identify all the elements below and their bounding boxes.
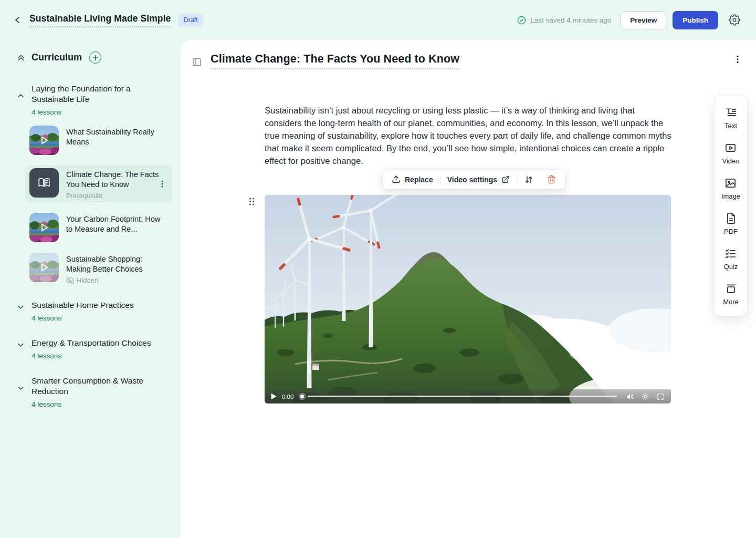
lesson-video-thumbnail: [29, 213, 59, 242]
current-time: 0:00: [282, 394, 293, 400]
video-control-bar: 0:00: [265, 389, 671, 404]
lesson-badge: Hidden: [77, 276, 98, 284]
gear-icon: [729, 14, 740, 26]
settings-label: Video settings: [447, 175, 497, 184]
curriculum-section: Smarter Consumption & Waste Reduction 4 …: [17, 376, 176, 408]
move-block-button[interactable]: [517, 170, 540, 189]
course-title[interactable]: Sustainable Living Made Simple: [29, 13, 171, 27]
upload-icon: [392, 175, 401, 184]
plus-icon: [92, 55, 99, 61]
curriculum-sidebar: Curriculum Laying the Foundation for a S…: [0, 40, 181, 538]
replace-video-button[interactable]: Replace: [385, 170, 440, 189]
settings-button[interactable]: [727, 12, 742, 28]
lesson-page-title[interactable]: Climate Change: The Facts You Need to Kn…: [211, 53, 459, 69]
section-header[interactable]: Sustainable Home Practices 4 lessons: [17, 300, 176, 322]
sort-arrows-icon: [524, 175, 533, 184]
section-header[interactable]: Laying the Foundation for a Sustainable …: [17, 84, 176, 116]
fullscreen-icon[interactable]: [656, 392, 665, 401]
lesson-reading-thumbnail: [29, 168, 59, 198]
tool-text[interactable]: Text: [724, 107, 737, 130]
drag-handle-icon[interactable]: [248, 197, 255, 206]
video-settings-gear-icon[interactable]: [641, 392, 649, 401]
chevron-down-icon[interactable]: [17, 341, 25, 360]
video-settings-button[interactable]: Video settings: [440, 170, 517, 189]
section-lesson-count: 4 lessons: [32, 314, 134, 322]
kebab-icon: [159, 180, 166, 188]
section-lesson-count: 4 lessons: [32, 108, 151, 116]
insert-block-panel: Text Video Image PDF Quiz More: [714, 95, 748, 316]
lesson-item-selected[interactable]: Climate Change: The Facts You Need to Kn…: [25, 165, 172, 202]
collapse-all-icon[interactable]: [17, 54, 25, 62]
section-header[interactable]: Smarter Consumption & Waste Reduction 4 …: [17, 376, 176, 408]
check-circle-icon: [517, 16, 526, 25]
lesson-list: What Sustainability Really Means Climate…: [17, 126, 176, 284]
tool-label: Image: [721, 192, 740, 200]
pdf-icon: [725, 212, 737, 224]
image-icon: [724, 177, 737, 189]
tool-image[interactable]: Image: [721, 177, 740, 200]
section-lesson-count: 4 lessons: [32, 352, 151, 360]
tool-label: Quiz: [724, 263, 738, 271]
trash-icon: [547, 175, 556, 184]
seek-knob[interactable]: [299, 393, 306, 400]
lesson-menu-button[interactable]: [732, 53, 743, 66]
curriculum-header: Curriculum: [17, 51, 176, 64]
publish-button[interactable]: Publish: [673, 11, 718, 29]
tool-video[interactable]: Video: [722, 142, 739, 165]
tool-label: PDF: [724, 227, 738, 235]
add-section-button[interactable]: [89, 51, 101, 64]
lesson-intro-paragraph[interactable]: Sustainability isn’t just about recyclin…: [265, 104, 672, 167]
save-status: Last saved 4 minutes ago: [517, 16, 611, 25]
lesson-item[interactable]: Your Carbon Footprint: How to Measure an…: [29, 213, 176, 242]
play-button[interactable]: [271, 393, 277, 400]
replace-label: Replace: [405, 175, 433, 184]
lesson-menu-button[interactable]: [156, 178, 168, 190]
section-header[interactable]: Energy & Transportation Choices 4 lesson…: [17, 338, 176, 360]
lesson-title: Sustainable Shopping: Making Better Choi…: [66, 254, 164, 274]
main-layout: Curriculum Laying the Foundation for a S…: [0, 40, 756, 538]
curriculum-section: Energy & Transportation Choices 4 lesson…: [17, 338, 176, 360]
section-lesson-count: 4 lessons: [32, 400, 151, 408]
tool-pdf[interactable]: PDF: [724, 212, 738, 235]
external-link-icon: [501, 175, 510, 184]
toggle-sidebar-button[interactable]: [190, 55, 204, 69]
lesson-item-hidden[interactable]: Sustainable Shopping: Making Better Choi…: [29, 253, 176, 284]
section-title: Energy & Transportation Choices: [32, 338, 151, 348]
last-saved-text: Last saved 4 minutes ago: [530, 16, 611, 24]
curriculum-section: Laying the Foundation for a Sustainable …: [17, 84, 176, 284]
lesson-video-thumbnail: [29, 253, 59, 282]
open-book-icon: [37, 176, 51, 190]
back-chevron-icon: [14, 16, 22, 24]
panel-icon: [192, 57, 202, 67]
lesson-item[interactable]: What Sustainability Really Means: [29, 126, 176, 155]
lesson-editor-card: Climate Change: The Facts You Need to Kn…: [181, 40, 756, 538]
lesson-title: Your Carbon Footprint: How to Measure an…: [66, 214, 164, 234]
lesson-title: Climate Change: The Facts You Need to Kn…: [66, 170, 164, 189]
text-icon: [725, 107, 737, 119]
video-frame-wind-turbines: [265, 195, 671, 404]
video-block-toolbar: Replace Video settings: [382, 170, 565, 189]
seek-bar[interactable]: [308, 396, 617, 397]
section-title: Smarter Consumption & Waste Reduction: [32, 376, 151, 397]
tool-quiz[interactable]: Quiz: [724, 247, 738, 271]
curriculum-section: Sustainable Home Practices 4 lessons: [17, 300, 176, 322]
play-icon: [29, 213, 59, 242]
tool-more[interactable]: More: [723, 283, 739, 306]
section-title: Sustainable Home Practices: [32, 300, 134, 311]
tool-label: More: [723, 298, 739, 306]
curriculum-title: Curriculum: [32, 52, 82, 63]
back-button[interactable]: [12, 14, 24, 26]
volume-icon[interactable]: [626, 392, 634, 401]
chevron-down-icon[interactable]: [17, 303, 25, 322]
eye-off-icon: [66, 276, 74, 284]
quiz-checklist-icon: [724, 247, 737, 260]
top-bar: Sustainable Living Made Simple Draft Las…: [0, 0, 756, 40]
video-icon: [724, 142, 737, 154]
delete-block-button[interactable]: [540, 170, 563, 189]
chevron-up-icon[interactable]: [17, 92, 25, 116]
video-player[interactable]: 0:00: [265, 195, 671, 404]
lesson-badge: Prerequisite: [66, 192, 164, 200]
lesson-header: Climate Change: The Facts You Need to Kn…: [181, 40, 756, 69]
preview-button[interactable]: Preview: [621, 11, 666, 29]
chevron-down-icon[interactable]: [17, 384, 25, 408]
